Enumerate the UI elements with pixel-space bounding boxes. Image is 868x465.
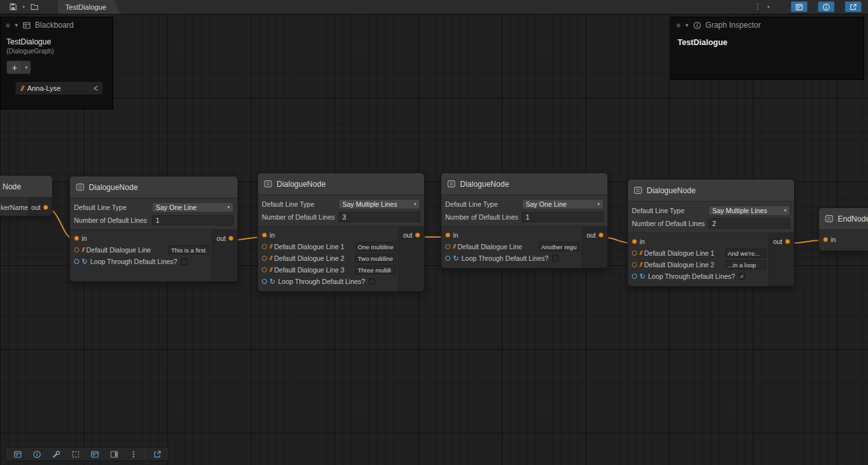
num-lines-label: Number of Default Lines xyxy=(262,213,338,221)
graph-inspector-header[interactable]: ≡ ▼ Graph Inspector xyxy=(671,17,863,33)
dialogue-node-2[interactable]: DialogueNode Default Line Type Say Multi… xyxy=(257,173,425,292)
dialogue-line-field[interactable] xyxy=(169,245,210,254)
drag-handle-icon[interactable]: ≡ xyxy=(676,21,680,29)
dialogue-line-field[interactable] xyxy=(725,260,766,269)
open-window-button[interactable] xyxy=(845,1,862,12)
kebab-menu-button[interactable] xyxy=(124,448,143,460)
string-port[interactable] xyxy=(74,247,79,252)
save-dropdown-arrow[interactable]: ▾ xyxy=(23,5,25,10)
loop-checkbox[interactable]: ✓ xyxy=(739,273,745,280)
top-toolbar: ▾ TestDialogue ⋮ ▾ xyxy=(0,0,868,14)
string-port[interactable] xyxy=(262,256,267,261)
exec-out-port[interactable] xyxy=(415,232,420,238)
line-type-dropdown[interactable]: Say One Line ▾ xyxy=(152,202,234,213)
dialogue-line-field[interactable] xyxy=(355,254,396,263)
node-title-bar[interactable]: DialogueNode xyxy=(628,180,794,202)
blackboard-variable-anna-lyse[interactable]: // Anna-Lyse < xyxy=(15,81,104,95)
exec-out-port[interactable] xyxy=(43,205,48,210)
loop-checkbox[interactable] xyxy=(369,278,375,285)
output-ports: out xyxy=(582,227,607,268)
out-port-label: out xyxy=(31,204,41,211)
dialogue-line-field[interactable] xyxy=(539,242,580,251)
kebab-menu-button[interactable]: ⋮ xyxy=(751,1,764,13)
dialogue-line-field[interactable] xyxy=(725,249,766,258)
minimap-button[interactable] xyxy=(85,448,104,460)
bool-port[interactable] xyxy=(74,259,79,264)
node-title-bar[interactable]: Node xyxy=(0,176,52,198)
node-title-bar[interactable]: DialogueNode xyxy=(70,176,237,198)
num-lines-field[interactable] xyxy=(152,215,234,225)
quote-icon: // xyxy=(270,267,272,273)
node-title-label: EndNode xyxy=(838,214,868,223)
kebab-icon: ⋮ xyxy=(754,3,761,11)
bool-port[interactable] xyxy=(262,279,267,284)
collapse-arrow-icon[interactable]: ▼ xyxy=(684,23,689,28)
string-port[interactable] xyxy=(262,244,267,249)
speaker-name-label: kerName xyxy=(1,204,28,211)
string-port[interactable] xyxy=(262,267,267,272)
external-window-icon xyxy=(849,3,857,11)
dialogue-line-field[interactable] xyxy=(355,265,396,274)
quote-icon: // xyxy=(21,84,23,92)
line-type-dropdown[interactable]: Say Multiple Lines ▾ xyxy=(708,205,790,216)
toolbar-dropdown-arrow[interactable]: ▾ xyxy=(767,5,770,10)
blackboard-toggle-button[interactable] xyxy=(791,1,808,12)
node-title-bar[interactable]: DialogueNode xyxy=(258,173,424,195)
node-title-label: DialogueNode xyxy=(277,180,326,189)
left-partial-node[interactable]: Node kerName out xyxy=(0,175,53,216)
line-type-dropdown[interactable]: Say Multiple Lines ▾ xyxy=(338,199,420,209)
loop-checkbox[interactable] xyxy=(181,258,187,265)
frame-icon xyxy=(71,450,80,459)
dialogue-node-3[interactable]: DialogueNode Default Line Type Say One L… xyxy=(441,173,608,269)
panel-title: Graph Inspector xyxy=(705,21,761,30)
dialogue-line-field[interactable] xyxy=(355,242,396,251)
kebab-icon xyxy=(129,450,138,459)
bottom-toolbar xyxy=(5,447,169,461)
tab-testdialogue[interactable]: TestDialogue xyxy=(58,0,121,14)
external-window-button[interactable] xyxy=(147,448,167,460)
exec-in-port[interactable] xyxy=(74,236,79,241)
chevron-left-icon[interactable]: < xyxy=(94,84,98,93)
loop-checkbox[interactable] xyxy=(552,255,559,261)
dialogue-line-label: Default Dialogue Line 1 xyxy=(644,249,714,257)
exec-in-port[interactable] xyxy=(445,232,450,238)
num-lines-field[interactable] xyxy=(708,218,790,229)
graph-inspector-panel[interactable]: ≡ ▼ Graph Inspector TestDialogue xyxy=(670,17,864,80)
output-ports: out xyxy=(768,233,794,286)
blackboard-panel[interactable]: ≡ ▼ Blackboard TestDialogue (DialogueGra… xyxy=(0,17,113,109)
exec-out-port[interactable] xyxy=(598,232,604,238)
save-button[interactable] xyxy=(6,1,19,13)
string-port[interactable] xyxy=(445,244,450,249)
folder-button[interactable] xyxy=(28,1,41,13)
bool-port[interactable] xyxy=(632,274,637,279)
add-variable-dropdown-arrow[interactable]: ▾ xyxy=(23,61,31,74)
exec-in-port[interactable] xyxy=(262,232,267,238)
blackboard-button[interactable] xyxy=(8,448,27,460)
wrench-button[interactable] xyxy=(46,448,66,460)
frame-button[interactable] xyxy=(66,448,85,460)
dialogue-node-1[interactable]: DialogueNode Default Line Type Say One L… xyxy=(69,176,238,282)
node-title-bar[interactable]: EndNode xyxy=(819,208,868,230)
inspector-icon xyxy=(33,450,41,459)
add-variable-button[interactable]: + xyxy=(6,61,23,74)
inspector-toggle-button[interactable] xyxy=(818,1,835,12)
blackboard-header[interactable]: ≡ ▼ Blackboard xyxy=(1,17,113,33)
exec-out-port[interactable] xyxy=(228,236,234,241)
panel-right-button[interactable] xyxy=(104,448,124,460)
collapse-arrow-icon[interactable]: ▼ xyxy=(14,23,19,28)
string-port[interactable] xyxy=(632,262,637,267)
exec-in-port[interactable] xyxy=(632,239,637,244)
bool-port[interactable] xyxy=(445,256,450,261)
num-lines-field[interactable] xyxy=(522,212,604,222)
drag-handle-icon[interactable]: ≡ xyxy=(6,21,10,29)
exec-in-port[interactable] xyxy=(823,237,828,242)
dialogue-node-4[interactable]: DialogueNode Default Line Type Say Multi… xyxy=(627,179,795,287)
line-type-dropdown[interactable]: Say One Line ▾ xyxy=(522,199,604,209)
node-title-bar[interactable]: DialogueNode xyxy=(441,173,607,195)
string-port[interactable] xyxy=(632,251,637,256)
inspector-button[interactable] xyxy=(27,448,46,460)
num-lines-field[interactable] xyxy=(338,212,420,222)
end-node[interactable]: EndNode in xyxy=(818,207,868,251)
exec-out-port[interactable] xyxy=(785,239,790,244)
panel-title: Blackboard xyxy=(35,21,73,30)
